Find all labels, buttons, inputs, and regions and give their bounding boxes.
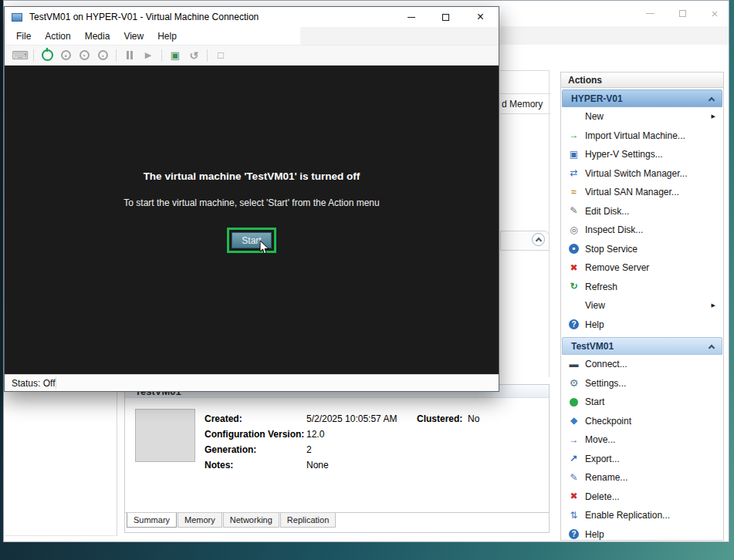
tab-memory[interactable]: Memory — [178, 513, 222, 528]
vm-title-bar: TestVM01 on HYPER-V01 - Virtual Machine … — [5, 7, 499, 27]
detail-field-configuration-version: Configuration Version:12.0 — [205, 427, 397, 442]
action-delete[interactable]: Delete... — [562, 487, 722, 507]
detail-field-created: Created:5/2/2025 10:05:57 AM — [205, 411, 397, 427]
tab-networking[interactable]: Networking — [223, 513, 279, 528]
detail-value: 12.0 — [306, 429, 324, 440]
tab-summary[interactable]: Summary — [127, 513, 177, 528]
maximize-icon — [442, 14, 449, 21]
virtual-san-icon — [568, 187, 580, 198]
help-icon — [568, 528, 580, 540]
collapse-checkpoints-button[interactable] — [532, 233, 545, 246]
group-header-label: HYPER-V01 — [571, 93, 623, 104]
menu-action[interactable]: Action — [38, 29, 77, 44]
action-import-virtual-machine[interactable]: Import Virtual Machine... — [562, 127, 722, 146]
action-edit-disk[interactable]: Edit Disk... — [562, 202, 722, 221]
detail-label: Notes: — [205, 460, 306, 471]
action-start[interactable]: Start — [562, 393, 722, 412]
action-refresh[interactable]: Refresh — [562, 278, 722, 297]
toolbar-separator — [33, 49, 34, 62]
action-label: Rename... — [585, 472, 627, 483]
manager-minimize-button[interactable] — [644, 7, 656, 19]
stop-service-icon — [568, 243, 580, 255]
action-label: Delete... — [585, 491, 620, 502]
vm-details-panel: TestVM01 Created:5/2/2025 10:05:57 AMCon… — [124, 384, 550, 533]
toolbar-pause-button[interactable] — [122, 48, 137, 63]
action-help[interactable]: Help — [562, 315, 722, 335]
action-export[interactable]: Export... — [562, 450, 722, 469]
detail-value: 5/2/2025 10:05:57 AM — [306, 413, 397, 424]
action-view[interactable]: View — [562, 296, 722, 315]
power-icon — [42, 49, 53, 61]
vm-window-title: TestVM01 on HYPER-V01 - Virtual Machine … — [29, 12, 259, 22]
action-virtual-san-manager[interactable]: Virtual SAN Manager... — [562, 183, 722, 202]
actions-group-testvm01[interactable]: TestVM01 — [562, 337, 722, 355]
menu-media[interactable]: Media — [78, 29, 117, 44]
checkpoint-icon — [568, 415, 580, 427]
detail-value: 2 — [306, 444, 312, 455]
status-bar-separator — [56, 377, 56, 389]
column-header-assigned-memory-partial[interactable]: d Memory — [500, 93, 551, 114]
detail-field-clustered: Clustered:No — [417, 411, 479, 427]
vm-off-instruction: To start the virtual machine, select 'St… — [5, 197, 499, 208]
actions-body: HYPER-V01NewImport Virtual Machine...Hyp… — [560, 88, 724, 541]
toolbar-shutdown-button[interactable] — [76, 48, 92, 63]
actions-pane-title: Actions — [560, 72, 724, 88]
vm-close-button[interactable] — [463, 7, 498, 27]
tab-replication[interactable]: Replication — [280, 513, 336, 528]
toolbar-step-button[interactable] — [140, 48, 156, 63]
action-inspect-disk[interactable]: Inspect Disk... — [562, 221, 722, 240]
action-new[interactable]: New — [562, 107, 722, 127]
toolbar-save-button[interactable] — [95, 48, 110, 63]
toolbar-revert-button[interactable] — [186, 48, 201, 63]
menu-view[interactable]: View — [117, 29, 151, 44]
action-connect[interactable]: Connect... — [562, 355, 722, 374]
action-help[interactable]: Help — [562, 525, 722, 541]
action-stop-service[interactable]: Stop Service — [562, 240, 722, 259]
toolbar-power-button[interactable] — [39, 48, 55, 63]
details-fields-left: Created:5/2/2025 10:05:57 AMConfiguratio… — [205, 411, 397, 473]
action-settings[interactable]: Settings... — [562, 374, 722, 393]
manager-close-button[interactable] — [709, 7, 721, 19]
help-icon — [568, 319, 580, 330]
vm-status-bar: Status: Off — [5, 374, 499, 391]
minimize-icon — [646, 13, 655, 14]
detail-label: Generation: — [205, 444, 306, 455]
vm-window-controls — [394, 7, 498, 27]
action-label: Help — [585, 529, 604, 540]
settings-icon — [568, 377, 580, 389]
delete-icon — [568, 491, 580, 502]
rename-icon — [568, 472, 580, 484]
pause-icon — [126, 51, 134, 59]
submenu-arrow-icon — [712, 302, 715, 309]
blank-icon — [568, 300, 580, 312]
action-virtual-switch-manager[interactable]: Virtual Switch Manager... — [562, 164, 722, 184]
manager-maximize-button[interactable] — [676, 7, 688, 19]
vm-list-top-border — [500, 70, 550, 71]
toolbar-display-button[interactable] — [213, 48, 228, 63]
vm-maximize-button[interactable] — [428, 7, 463, 27]
action-hyper-v-settings[interactable]: Hyper-V Settings... — [562, 145, 722, 164]
actions-group-hyper-v01[interactable]: HYPER-V01 — [562, 89, 722, 107]
action-label: Connect... — [585, 359, 627, 369]
toolbar-checkpoint-button[interactable] — [167, 48, 183, 63]
action-move[interactable]: Move... — [562, 430, 722, 450]
toolbar-turn-off-button[interactable] — [58, 48, 73, 63]
group-header-label: TestVM01 — [571, 341, 614, 352]
toolbar-keyboard-button[interactable] — [12, 48, 28, 63]
menu-help[interactable]: Help — [151, 29, 184, 44]
action-rename[interactable]: Rename... — [562, 468, 722, 487]
vm-status-text: Status: Off — [12, 378, 55, 389]
detail-label: Configuration Version: — [205, 429, 306, 440]
action-enable-replication[interactable]: Enable Replication... — [562, 506, 722, 525]
menu-file[interactable]: File — [9, 29, 38, 44]
display-icon — [218, 49, 224, 61]
vm-minimize-button[interactable] — [394, 7, 428, 27]
save-icon — [98, 50, 108, 60]
action-remove-server[interactable]: Remove Server — [562, 258, 722, 278]
vm-console-screen[interactable]: The virtual machine 'TestVM01' is turned… — [5, 66, 499, 374]
action-checkpoint[interactable]: Checkpoint — [562, 412, 722, 431]
action-label: View — [585, 300, 605, 311]
vm-window-icon — [12, 13, 22, 22]
action-label: Stop Service — [585, 244, 638, 255]
revert-icon — [189, 49, 198, 62]
